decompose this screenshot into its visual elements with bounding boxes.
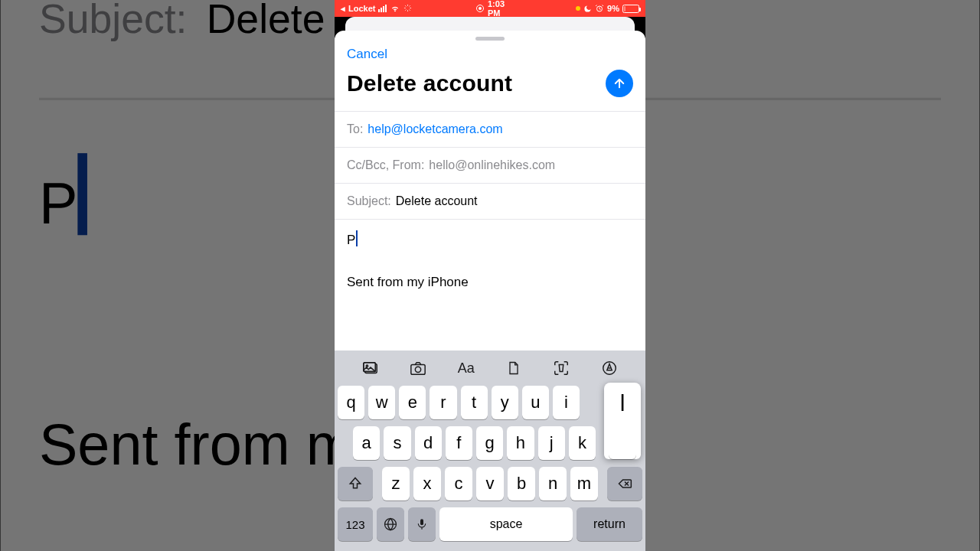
clock-time: 1:03 PM [488, 0, 505, 18]
key-d[interactable]: d [415, 426, 442, 460]
keyboard: Aa qwertyui asdfghjk zxcvbnm [335, 350, 645, 551]
globe-icon [383, 517, 398, 532]
subject-label: Subject: [347, 194, 391, 208]
camera-icon[interactable] [408, 360, 428, 377]
key-a[interactable]: a [353, 426, 380, 460]
space-key[interactable]: space [439, 507, 573, 541]
arrow-up-icon [612, 77, 626, 90]
numbers-key[interactable]: 123 [338, 507, 373, 541]
key-s[interactable]: s [384, 426, 410, 460]
wifi-icon [390, 5, 400, 13]
cancel-button[interactable]: Cancel [347, 47, 387, 62]
network-activity-icon [403, 4, 412, 14]
svg-rect-13 [411, 364, 425, 374]
key-i[interactable]: i [553, 386, 580, 419]
message-body[interactable]: P Sent from my iPhone [335, 220, 645, 350]
to-field[interactable]: To: help@locketcamera.com [335, 111, 645, 147]
key-q[interactable]: q [338, 386, 364, 419]
subject-value[interactable]: Delete account [396, 194, 478, 208]
key-t[interactable]: t [461, 386, 488, 419]
key-k[interactable]: k [569, 426, 596, 460]
key-y[interactable]: y [492, 386, 518, 419]
key-m[interactable]: m [570, 467, 598, 500]
privacy-indicator-icon [576, 6, 580, 11]
send-button[interactable] [606, 70, 633, 97]
svg-rect-17 [420, 519, 423, 525]
status-bar: ◂ Locket 1:03 PM [335, 0, 645, 17]
backspace-key[interactable] [607, 467, 642, 500]
alarm-icon [595, 4, 604, 13]
body-text: P [347, 233, 355, 247]
key-popup-letter: l [620, 383, 626, 430]
battery-icon [622, 5, 639, 13]
key-n[interactable]: n [539, 467, 567, 500]
keyboard-toolbar: Aa [338, 355, 642, 386]
do-not-disturb-icon [583, 5, 592, 13]
key-w[interactable]: w [368, 386, 395, 419]
key-g[interactable]: g [476, 426, 503, 460]
key-c[interactable]: c [445, 467, 472, 500]
text-cursor [356, 230, 358, 246]
return-key[interactable]: return [577, 507, 642, 541]
svg-point-7 [479, 7, 482, 10]
background-card-peek [335, 17, 645, 28]
back-to-app-label[interactable]: Locket [348, 4, 375, 13]
scan-document-icon[interactable] [551, 360, 571, 377]
key-b[interactable]: b [508, 467, 535, 500]
key-u[interactable]: u [522, 386, 549, 419]
compose-title: Delete account [347, 70, 512, 96]
key-press-popup: l [604, 383, 641, 459]
subject-field[interactable]: Subject: Delete account [335, 183, 645, 220]
markup-icon[interactable] [599, 360, 619, 377]
cellular-signal-icon [378, 5, 387, 12]
phone-frame: ◂ Locket 1:03 PM [335, 0, 645, 551]
battery-percent: 9% [607, 4, 619, 13]
photos-icon[interactable] [361, 360, 381, 377]
globe-key[interactable] [377, 507, 404, 541]
back-to-app-chevron-icon[interactable]: ◂ [341, 4, 345, 14]
key-v[interactable]: v [476, 467, 504, 500]
key-f[interactable]: f [446, 426, 472, 460]
to-label: To: [347, 122, 363, 136]
dictation-key[interactable] [408, 507, 436, 541]
svg-point-14 [416, 367, 421, 372]
document-icon[interactable] [504, 360, 524, 377]
cc-bcc-from-field[interactable]: Cc/Bcc, From: hello@onlinehikes.com [335, 147, 645, 183]
backspace-icon [616, 476, 633, 491]
key-r[interactable]: r [430, 386, 456, 419]
microphone-icon [416, 517, 428, 532]
from-value: hello@onlinehikes.com [429, 158, 555, 172]
signature-text: Sent from my iPhone [347, 273, 633, 292]
shift-key[interactable] [338, 467, 373, 500]
shift-icon [348, 476, 363, 491]
key-e[interactable]: e [399, 386, 426, 419]
text-format-icon[interactable]: Aa [456, 360, 476, 377]
key-z[interactable]: z [382, 467, 410, 500]
cc-label: Cc/Bcc, From: [347, 158, 424, 172]
key-x[interactable]: x [413, 467, 441, 500]
to-value[interactable]: help@locketcamera.com [368, 122, 502, 136]
key-h[interactable]: h [507, 426, 534, 460]
screen-recording-icon [475, 4, 485, 13]
key-j[interactable]: j [538, 426, 565, 460]
compose-sheet: Cancel Delete account To: help@locketcam… [335, 31, 645, 551]
